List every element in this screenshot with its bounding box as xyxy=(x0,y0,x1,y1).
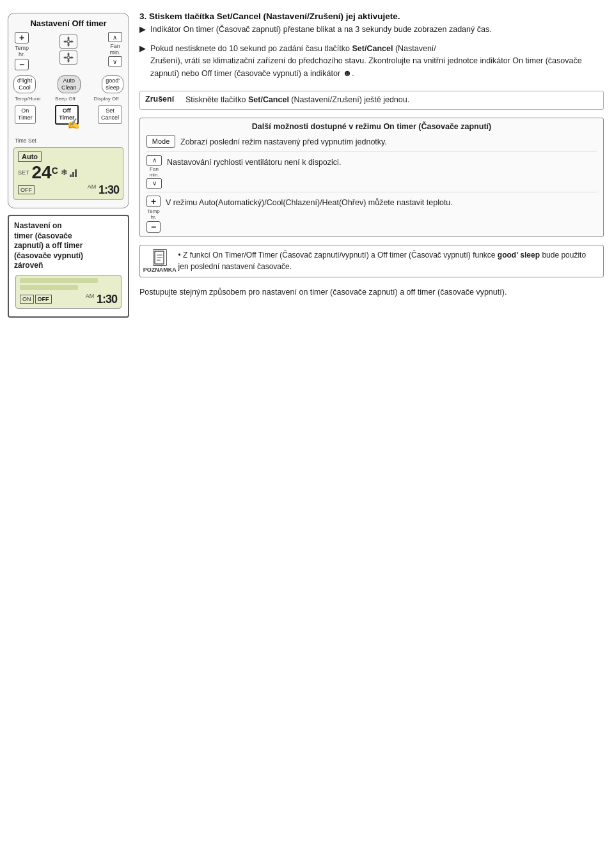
display-icons: ❄ xyxy=(61,167,79,178)
poznamka-icon-col: POZNÁMKA xyxy=(146,249,173,273)
d-light-cool-button[interactable]: d'light Cool xyxy=(13,75,36,93)
nastaveni-section-box: Nastavení ontimer (časovačezapnutí) a of… xyxy=(8,215,129,318)
fan-down-button[interactable]: ∨ xyxy=(108,56,122,66)
am-label: AM xyxy=(88,183,97,190)
remote-control-box: Nastavení Off timer + Temphr. − xyxy=(8,13,129,208)
poznamka-doc-icon xyxy=(153,249,167,266)
off-timer-button[interactable]: OffTimer ✍ xyxy=(55,105,78,125)
small-am-label: AM xyxy=(86,293,95,299)
display-bottom-row: OFF AM 1:30 xyxy=(18,183,119,197)
mode-button[interactable]: Mode xyxy=(146,135,175,148)
on-tag: ON xyxy=(20,295,34,304)
time-display: AM 1:30 xyxy=(88,183,119,197)
dalsi-row-temp: + Temphr. − V režimu Auto(Automatický)/C… xyxy=(146,196,597,233)
set-cancel-col: SetCancel xyxy=(98,105,122,124)
fan-up-dalsi[interactable]: ∧ xyxy=(146,155,162,166)
bullet-text-1: Indikátor On timer (Časovač zapnutí) pře… xyxy=(150,24,492,36)
d-light-label: d'light xyxy=(17,77,32,84)
remote-top-section: + Temphr. − ∧ Fanmin. xyxy=(12,32,125,70)
temp-value: 24 xyxy=(32,164,52,182)
poznamka-box: POZNÁMKA • Z funkcí On Timer/Off Timer (… xyxy=(139,245,604,277)
on-off-row: ON OFF xyxy=(20,295,52,304)
temp-plus-dalsi[interactable]: + xyxy=(146,196,161,207)
svg-rect-3 xyxy=(72,172,74,177)
good-sleep-label: good'sleep xyxy=(106,77,120,91)
dalsi-moznosti-box: Další možnosti dostupné v režimu On time… xyxy=(139,118,604,237)
temp-minus-button[interactable]: − xyxy=(15,59,29,70)
poznamka-text: • Z funkcí On Timer/Off Timer (Časovač z… xyxy=(178,249,597,272)
mode-text: Zobrazí poslední režim nastavený před vy… xyxy=(180,135,387,148)
off-timer-col: OffTimer ✍ xyxy=(55,105,78,125)
remote-title: Nastavení Off timer xyxy=(12,19,125,28)
fan-column: ∧ Fanmin. ∨ xyxy=(108,32,122,66)
fan-updown-control: ∧ Fanmin. ∨ xyxy=(146,155,162,189)
dalsi-row-fan: ∧ Fanmin. ∨ Nastavování rychlosti ventil… xyxy=(146,155,597,192)
display-line-2 xyxy=(20,285,78,290)
fan-up-button[interactable]: ∧ xyxy=(108,32,122,42)
display-line-1 xyxy=(20,278,98,283)
right-column: 3. Stiskem tlačítka Set/Cancel (Nastaven… xyxy=(134,6,614,862)
fan-min-label: Fanmin. xyxy=(149,166,159,178)
fan-icon xyxy=(59,35,77,49)
left-column: Nastavení Off timer + Temphr. − xyxy=(0,6,134,862)
fan-icon2 xyxy=(59,50,77,65)
bullet-item-2: ▶ Pokud nestisknete do 10 sekund po zadá… xyxy=(139,43,604,84)
step3-heading: 3. Stiskem tlačítka Set/Cancel (Nastaven… xyxy=(139,12,604,21)
on-timer-button[interactable]: OnTimer xyxy=(15,105,36,124)
beep-off-label: Beep Off xyxy=(52,96,78,102)
temp-unit: C xyxy=(52,166,58,175)
signal-icon xyxy=(70,167,79,178)
fan-down-dalsi[interactable]: ∨ xyxy=(146,178,162,189)
small-display-inner xyxy=(20,278,117,290)
svg-point-0 xyxy=(67,40,70,43)
small-remote-display: ON OFF AM 1:30 xyxy=(15,275,122,309)
svg-rect-4 xyxy=(75,169,77,177)
sub-labels-row: Temp/Humi Beep Off Display Off xyxy=(12,96,125,102)
fan-text: Nastavování rychlosti ventilátoru není k… xyxy=(167,155,341,169)
off-tag: OFF xyxy=(18,185,35,194)
on-timer-col: OnTimer xyxy=(15,105,36,124)
temp-plus-button[interactable]: + xyxy=(15,32,29,43)
zruseni-text: Stiskněte tlačítko Set/Cancel (Nastavení… xyxy=(185,95,409,106)
set-cancel-button[interactable]: SetCancel xyxy=(98,105,122,124)
set-label: SET xyxy=(18,169,29,176)
section-box-title: Nastavení ontimer (časovačezapnutí) a of… xyxy=(14,221,123,271)
display-off-label: Display Off xyxy=(90,96,122,102)
follow-text: Postupujte stejným způsobem pro nastaven… xyxy=(139,286,604,298)
dalsi-row-mode: Mode Zobrazí poslední režim nastavený př… xyxy=(146,135,597,152)
bullet-item-1: ▶ Indikátor On timer (Časovač zapnutí) p… xyxy=(139,24,604,40)
good-sleep-button[interactable]: good'sleep xyxy=(102,75,123,93)
snowflake-icon: ❄ xyxy=(61,167,68,177)
temperature-display: 24C xyxy=(32,164,58,182)
temp-pm-control: + Temphr. − xyxy=(146,196,161,233)
svg-point-1 xyxy=(67,56,70,59)
bullet-arrow-1: ▶ xyxy=(139,24,147,34)
auto-clean-label: AutoClean xyxy=(61,77,77,91)
small-time-value: 1:30 xyxy=(97,293,117,306)
svg-rect-2 xyxy=(70,174,72,177)
small-time-display: AM 1:30 xyxy=(86,293,117,306)
temp-column: + Temphr. − xyxy=(15,32,29,70)
temp-label: Temphr. xyxy=(15,45,29,58)
remote-timer-row: OnTimer OffTimer ✍ SetCancel xyxy=(12,104,125,126)
time-set-label-row: Time Set xyxy=(12,135,125,144)
fan-updown: ∧ Fanmin. ∨ xyxy=(108,32,122,66)
set-temp-row: SET 24C ❄ xyxy=(18,164,119,182)
temp-dalsi-text: V režimu Auto(Automatický)/Cool(Chlazení… xyxy=(166,196,453,209)
bullet-arrow-2: ▶ xyxy=(139,43,147,53)
small-display-bottom: ON OFF AM 1:30 xyxy=(20,293,117,306)
auto-mode-label: Auto xyxy=(18,151,42,162)
auto-clean-button[interactable]: AutoClean xyxy=(58,75,81,93)
zruseni-label: Zrušení xyxy=(145,95,180,104)
temp-humi-label: Temp/Humi xyxy=(15,96,40,102)
time-value: 1:30 xyxy=(98,183,119,196)
remote-display: Auto SET 24C ❄ xyxy=(13,147,123,200)
fan-label: Fanmin. xyxy=(109,43,120,56)
temp-hr-label-dalsi: Temphr. xyxy=(147,208,160,220)
temp-minus-dalsi[interactable]: − xyxy=(146,221,161,233)
cool-label: Cool xyxy=(17,84,32,91)
zruseni-row: Zrušení Stiskněte tlačítko Set/Cancel (N… xyxy=(139,91,604,110)
off-tag-small: OFF xyxy=(35,295,52,304)
time-set-label: Time Set xyxy=(15,137,36,144)
dalsi-title: Další možnosti dostupné v režimu On time… xyxy=(146,122,597,131)
